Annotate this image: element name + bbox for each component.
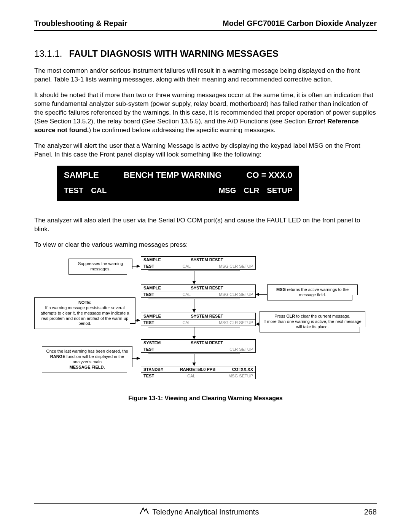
- brand-logo-icon: [139, 507, 149, 517]
- note-msg: MSG returns the active warnings to the m…: [267, 284, 358, 300]
- header-left: Troubleshooting & Repair: [34, 19, 127, 28]
- lcd-key: CAL: [91, 186, 107, 195]
- lcd-key: MSG: [219, 186, 236, 195]
- lcd-warning: BENCH TEMP WARNING: [124, 170, 222, 180]
- paragraph: It should be noted that if more than two…: [34, 91, 377, 135]
- brand-text: Teledyne Analytical Instruments: [152, 508, 259, 516]
- header-rule: [34, 30, 377, 31]
- flow-panel: STANDBYRANGE=50.0 PPBCO=XX.XX TESTCALMSG…: [141, 366, 256, 379]
- lcd-mode: SAMPLE: [64, 170, 99, 180]
- lcd-key: CLR: [244, 186, 259, 195]
- page-footer: Teledyne Analytical Instruments 268: [34, 503, 377, 517]
- note-range: Once the last warning has been cleared, …: [42, 346, 132, 372]
- paragraph: The analyzer will also alert the user vi…: [34, 216, 377, 234]
- flow-panel: SYSTEMSYSTEM RESET TESTCLR SETUP: [141, 339, 256, 353]
- section-heading: 13.1.1. FAULT DIAGNOSIS WITH WARNING MES…: [34, 48, 377, 59]
- lcd-key: SETUP: [267, 186, 292, 195]
- header-right: Model GFC7001E Carbon Dioxide Analyzer: [223, 19, 377, 28]
- section-title: FAULT DIAGNOSIS WITH WARNING MESSAGES: [69, 48, 278, 59]
- note-persist: NOTE: If a warning message persists afte…: [34, 297, 135, 329]
- paragraph: The most common and/or serious instrumen…: [34, 67, 377, 84]
- lcd-key: TEST: [64, 186, 83, 195]
- flow-diagram: SAMPLESYSTEM RESET TESTCALMSG CLR SETUP …: [34, 256, 377, 390]
- paragraph: To view or clear the various warning mes…: [34, 241, 377, 249]
- paragraph: The analyzer will alert the user that a …: [34, 142, 377, 159]
- flow-panel: SAMPLESYSTEM RESET TESTCALMSG CLR SETUP: [141, 256, 256, 270]
- note-suppress: Suppresses the warning messages.: [68, 259, 132, 275]
- lcd-panel: SAMPLE BENCH TEMP WARNING CO = XXX.0 TES…: [57, 166, 299, 201]
- section-number: 13.1.1.: [34, 48, 62, 59]
- note-clr: Press CLR to clear the current message. …: [260, 311, 365, 332]
- lcd-reading: CO = XXX.0: [247, 170, 292, 180]
- page-number: 268: [364, 508, 377, 516]
- figure-caption: Figure 13-1: Viewing and Clearing Warnin…: [34, 395, 377, 402]
- flow-panel: SAMPLESYSTEM RESET TESTCALMSG CLR SETUP: [141, 284, 256, 298]
- flow-panel: SAMPLESYSTEM RESET TESTCALMSG CLR SETUP: [141, 313, 256, 326]
